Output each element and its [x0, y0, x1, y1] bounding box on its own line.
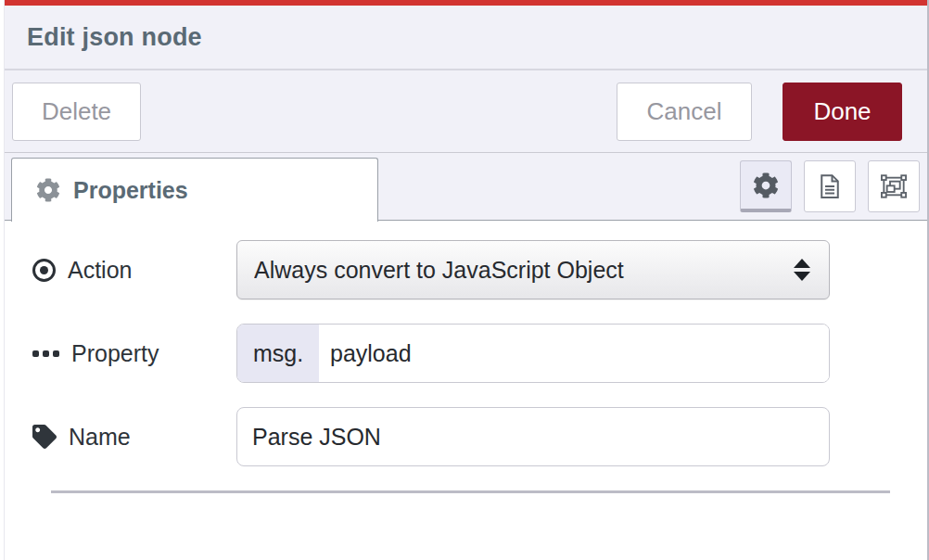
property-input[interactable] — [319, 325, 829, 382]
document-icon — [816, 172, 844, 200]
property-row: Property msg. — [32, 324, 927, 383]
tab-properties-label: Properties — [73, 177, 188, 204]
section-divider — [51, 490, 890, 493]
tab-bar: Properties — [5, 153, 927, 221]
ellipsis-icon — [32, 350, 59, 357]
action-label-text: Action — [68, 257, 132, 284]
done-button[interactable]: Done — [783, 83, 902, 141]
edit-node-dialog: Edit json node Delete Cancel Done Proper… — [4, 0, 929, 560]
property-label: Property — [32, 340, 236, 367]
description-tool-button[interactable] — [804, 160, 856, 212]
tag-icon — [32, 425, 57, 449]
button-bar: Delete Cancel Done — [5, 70, 927, 153]
delete-button[interactable]: Delete — [12, 83, 141, 141]
msg-prefix-button[interactable]: msg. — [237, 325, 319, 382]
name-input[interactable] — [236, 407, 830, 466]
cancel-button[interactable]: Cancel — [617, 83, 752, 141]
properties-form: Action Always convert to JavaScript Obje… — [5, 221, 927, 493]
tab-properties[interactable]: Properties — [11, 158, 378, 222]
appearance-icon — [879, 172, 909, 201]
tab-toolbar — [740, 160, 920, 212]
properties-tool-button[interactable] — [740, 160, 792, 212]
dialog-title: Edit json node — [27, 23, 202, 52]
gear-icon — [36, 178, 60, 202]
action-select[interactable]: Always convert to JavaScript Object — [236, 240, 830, 299]
property-label-text: Property — [71, 340, 159, 367]
property-input-group: msg. — [236, 324, 830, 383]
name-label: Name — [32, 424, 236, 451]
action-label: Action — [32, 257, 236, 284]
action-row: Action Always convert to JavaScript Obje… — [32, 240, 927, 299]
action-select-value: Always convert to JavaScript Object — [254, 257, 794, 284]
name-row: Name — [32, 407, 927, 466]
dialog-header: Edit json node — [5, 6, 927, 70]
select-arrows-icon — [794, 259, 810, 281]
dot-circle-icon — [32, 259, 56, 282]
gear-icon — [753, 172, 779, 198]
appearance-tool-button[interactable] — [868, 160, 920, 212]
name-label-text: Name — [69, 424, 131, 451]
